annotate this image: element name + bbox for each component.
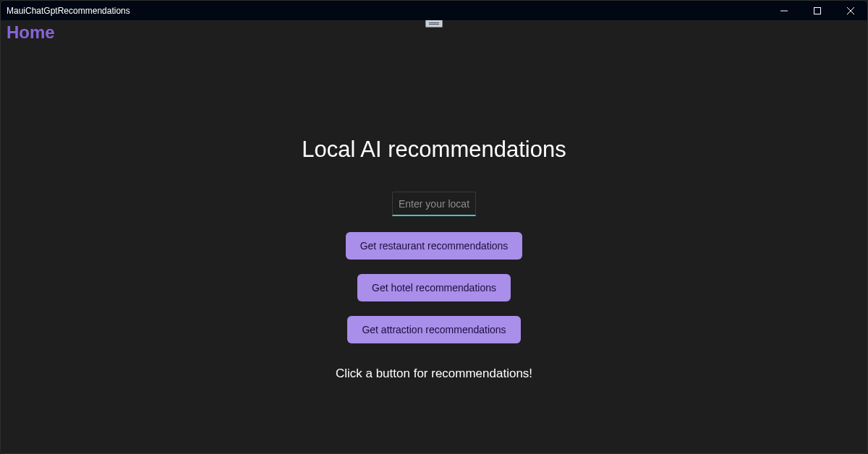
hint-text: Click a button for recommendations! (336, 367, 532, 381)
top-nav: Home (1, 20, 867, 44)
app-window: MauiChatGptRecommendations Home Local AI… (0, 0, 868, 454)
titlebar[interactable]: MauiChatGptRecommendations (1, 1, 867, 20)
window-controls (767, 1, 867, 20)
maximize-icon (814, 7, 821, 14)
close-icon (847, 7, 854, 14)
get-attraction-button[interactable]: Get attraction recommendations (347, 316, 520, 343)
hamburger-icon (429, 24, 439, 25)
close-button[interactable] (834, 1, 867, 20)
hamburger-icon (429, 22, 439, 23)
get-hotel-button[interactable]: Get hotel recommendations (357, 274, 511, 301)
get-restaurant-button[interactable]: Get restaurant recommendations (346, 232, 523, 260)
minimize-icon (780, 7, 788, 14)
location-input[interactable] (392, 192, 476, 216)
flyout-handle[interactable] (425, 20, 443, 27)
main-content: Local AI recommendations Get restaurant … (1, 44, 867, 453)
window-title: MauiChatGptRecommendations (7, 6, 130, 16)
maximize-button[interactable] (801, 1, 834, 20)
nav-home[interactable]: Home (7, 22, 55, 43)
minimize-button[interactable] (767, 1, 801, 20)
svg-rect-0 (814, 7, 821, 14)
page-heading: Local AI recommendations (302, 137, 566, 163)
